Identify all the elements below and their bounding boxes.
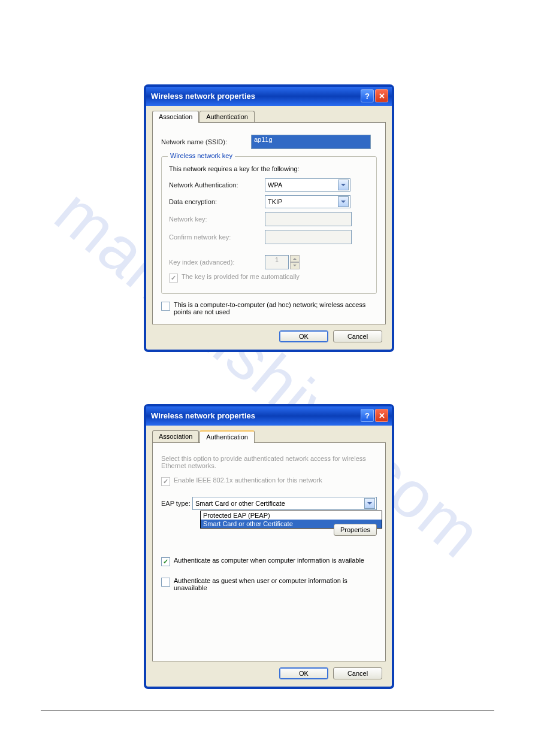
dialog-title: Wireless network properties	[151, 411, 255, 420]
adhoc-checkbox[interactable]	[161, 302, 170, 311]
properties-button[interactable]: Properties	[334, 524, 377, 536]
spinner-up-icon	[290, 255, 300, 262]
tab-association[interactable]: Association	[152, 430, 199, 443]
enable-8021x-label: Enable IEEE 802.1x authentication for th…	[174, 476, 322, 484]
tab-panel-association: Network name (SSID): ap11g Wireless netw…	[152, 122, 386, 324]
group-intro: This network requires a key for the foll…	[169, 165, 369, 172]
auth-as-computer-label: Authenticate as computer when computer i…	[174, 557, 364, 564]
titlebar[interactable]: Wireless network properties ? ✕	[146, 87, 392, 106]
chevron-down-icon	[338, 196, 349, 207]
help-button[interactable]: ?	[361, 409, 374, 422]
help-button[interactable]: ?	[361, 89, 374, 102]
tab-association[interactable]: Association	[152, 111, 199, 123]
ok-button[interactable]: OK	[279, 667, 328, 679]
key-index-label: Key index (advanced):	[169, 259, 265, 266]
tab-panel-authentication: Select this option to provide authentica…	[152, 442, 386, 661]
network-name-label: Network name (SSID):	[161, 138, 251, 145]
enable-8021x-checkbox	[161, 477, 170, 486]
wireless-key-group: Wireless network key This network requir…	[161, 156, 377, 294]
confirm-key-input	[265, 230, 352, 244]
eap-type-combo[interactable]: Smart Card or other Certificate	[192, 497, 377, 510]
chevron-down-icon	[338, 180, 349, 190]
auth-as-computer-checkbox[interactable]	[161, 557, 170, 566]
adhoc-label: This is a computer-to-computer (ad hoc) …	[174, 301, 377, 315]
auth-as-guest-checkbox[interactable]	[161, 578, 170, 587]
network-key-label: Network key:	[169, 215, 265, 223]
titlebar[interactable]: Wireless network properties ? ✕	[146, 406, 392, 426]
data-encryption-combo[interactable]: TKIP	[265, 195, 350, 208]
tab-authentication[interactable]: Authentication	[200, 111, 255, 123]
data-encryption-label: Data encryption:	[169, 198, 265, 205]
close-button[interactable]: ✕	[375, 89, 388, 102]
key-index-spinner	[290, 255, 300, 269]
network-auth-label: Network Authentication:	[169, 181, 265, 189]
dialog-authentication: Wireless network properties ? ✕ Associat…	[144, 405, 394, 688]
auth-intro: Select this option to provide authentica…	[161, 455, 377, 469]
network-name-input[interactable]: ap11g	[251, 135, 371, 149]
eap-type-value: Smart Card or other Certificate	[195, 500, 285, 507]
tab-authentication[interactable]: Authentication	[200, 430, 255, 443]
dialog-association: Wireless network properties ? ✕ Associat…	[144, 85, 394, 351]
network-auth-combo[interactable]: WPA	[265, 178, 350, 192]
page-footer-divider	[41, 711, 494, 711]
key-index-input: 1	[265, 255, 289, 269]
spinner-down-icon	[290, 262, 300, 269]
group-legend: Wireless network key	[168, 152, 235, 159]
network-auth-value: WPA	[268, 181, 282, 189]
confirm-key-label: Confirm network key:	[169, 233, 265, 241]
auto-key-checkbox	[169, 274, 178, 283]
eap-option-peap[interactable]: Protected EAP (PEAP)	[201, 511, 382, 520]
data-encryption-value: TKIP	[268, 198, 282, 205]
eap-type-label: EAP type:	[161, 500, 192, 507]
chevron-down-icon	[364, 498, 375, 509]
close-button[interactable]: ✕	[375, 409, 388, 422]
cancel-button[interactable]: Cancel	[333, 667, 382, 679]
auto-key-label: The key is provided for me automatically	[182, 273, 300, 280]
ok-button[interactable]: OK	[279, 330, 328, 342]
auth-as-guest-label: Authenticate as guest when user or compu…	[174, 577, 377, 591]
cancel-button[interactable]: Cancel	[333, 330, 382, 342]
network-key-input	[265, 212, 352, 226]
dialog-title: Wireless network properties	[151, 92, 255, 101]
